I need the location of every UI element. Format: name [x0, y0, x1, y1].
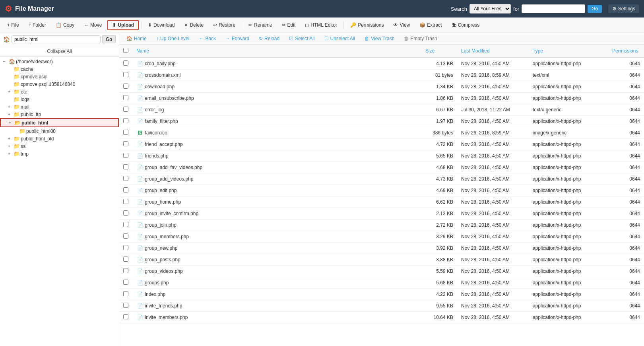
table-row[interactable]: 📄 email_unsubscribe.php 1.86 KB Nov 28, …	[119, 93, 644, 104]
row-checkbox[interactable]	[123, 187, 128, 192]
row-checkbox[interactable]	[123, 314, 128, 319]
row-checkbox[interactable]	[123, 141, 128, 146]
tree-row-public-html[interactable]: + 📂 public_html	[0, 118, 119, 127]
row-checkbox[interactable]	[123, 118, 128, 123]
tree-row-root[interactable]: − 🏠 (/home/videowor)	[0, 58, 119, 65]
table-row[interactable]: 📄 group_new.php 3.92 KB Nov 28, 2016, 4:…	[119, 243, 644, 254]
row-checkbox[interactable]	[123, 291, 128, 296]
row-checkbox[interactable]	[123, 268, 128, 273]
search-input[interactable]	[522, 4, 585, 13]
table-row[interactable]: 📄 download.php 1.34 KB Nov 28, 2016, 4:5…	[119, 81, 644, 93]
select-all-checkbox[interactable]	[123, 48, 128, 53]
table-row[interactable]: 📄 group_home.php 6.62 KB Nov 28, 2016, 4…	[119, 196, 644, 208]
edit-button[interactable]: ✏ Edit	[278, 21, 300, 29]
tree-row-public-html-old[interactable]: + 📁 public_html_old	[0, 135, 119, 142]
search-scope-select[interactable]: All Your Files	[469, 4, 511, 14]
home-nav-button[interactable]: 🏠 Home	[122, 35, 151, 43]
divider-2	[242, 21, 242, 29]
tree-row-ssl[interactable]: + 📁 ssl	[0, 142, 119, 150]
delete-button[interactable]: ✕ Delete	[180, 21, 208, 29]
compress-button[interactable]: 🗜 Compress	[448, 21, 484, 29]
row-checkbox[interactable]	[123, 72, 128, 77]
path-go-button[interactable]: Go	[102, 35, 116, 43]
row-checkbox-cell	[119, 162, 132, 173]
collapse-all-button[interactable]: Collapse All	[0, 46, 119, 57]
table-row[interactable]: 📄 friend_accept.php 4.72 KB Nov 28, 2016…	[119, 139, 644, 150]
permissions-button[interactable]: 🔑 Permissions	[346, 21, 388, 29]
tree-row-public-ftp[interactable]: + 📁 public_ftp	[0, 111, 119, 118]
copy-button[interactable]: 📋 Copy	[52, 21, 78, 29]
col-size-header[interactable]: Size	[421, 45, 457, 58]
table-row[interactable]: 📄 group_videos.php 5.59 KB Nov 28, 2016,…	[119, 266, 644, 277]
view-trash-button[interactable]: 🗑 View Trash	[361, 35, 398, 43]
row-checkbox[interactable]	[123, 153, 128, 158]
col-modified-header[interactable]: Last Modified	[457, 45, 529, 58]
col-type-header[interactable]: Type	[529, 45, 608, 58]
unselect-all-button[interactable]: ☐ Unselect All	[320, 35, 359, 43]
row-checkbox[interactable]	[123, 107, 128, 112]
table-row[interactable]: 📄 group_members.php 3.29 KB Nov 28, 2016…	[119, 231, 644, 243]
rename-button[interactable]: ✏ Rename	[244, 21, 276, 29]
col-name-header[interactable]: Name	[132, 45, 421, 58]
row-checkbox[interactable]	[123, 164, 128, 169]
tree-row-logs[interactable]: 📁 logs	[0, 95, 119, 103]
back-button[interactable]: ← Back	[195, 35, 220, 43]
select-all-button[interactable]: ☑ Select All	[285, 35, 318, 43]
row-checkbox[interactable]	[123, 222, 128, 227]
table-row[interactable]: 📄 family_filter.php 1.97 KB Nov 28, 2016…	[119, 116, 644, 127]
table-row[interactable]: 📄 groups.php 5.68 KB Nov 28, 2016, 4:50 …	[119, 277, 644, 289]
row-checkbox[interactable]	[123, 257, 128, 262]
row-checkbox[interactable]	[123, 60, 128, 66]
row-checkbox[interactable]	[123, 199, 128, 204]
settings-button[interactable]: ⚙ Settings	[608, 4, 639, 13]
up-one-level-button[interactable]: ↑ Up One Level	[152, 35, 193, 43]
table-row[interactable]: 📄 group_join.php 2.72 KB Nov 28, 2016, 4…	[119, 220, 644, 231]
row-checkbox[interactable]	[123, 84, 128, 89]
sidebar-path-bar: 🏠 Go	[0, 33, 119, 46]
download-button[interactable]: ⬇ Download	[144, 21, 178, 29]
restore-button[interactable]: ↩ Restore	[209, 21, 239, 29]
new-file-button[interactable]: + File	[3, 21, 23, 29]
tree-row-cache[interactable]: 📁 cache	[0, 65, 119, 73]
empty-trash-button[interactable]: 🗑 Empty Trash	[400, 35, 441, 43]
table-row[interactable]: 📄 cron_daily.php 4.13 KB Nov 28, 2016, 4…	[119, 58, 644, 70]
forward-button[interactable]: → Forward	[221, 35, 253, 43]
html-editor-button[interactable]: ◻ HTML Editor	[301, 21, 341, 29]
tree-row-mail[interactable]: + 📁 mail	[0, 103, 119, 111]
table-row[interactable]: 📄 invite_friends.php 9.55 KB Nov 28, 201…	[119, 300, 644, 312]
col-permissions-header[interactable]: Permissions	[608, 45, 644, 58]
row-checkbox[interactable]	[123, 95, 128, 100]
upload-button[interactable]: ⬆ Upload	[107, 20, 139, 30]
view-button[interactable]: 👁 View	[389, 21, 414, 29]
new-folder-button[interactable]: + Folder	[25, 21, 50, 29]
tree-row-etc[interactable]: + 📁 etc	[0, 88, 119, 95]
row-checkbox[interactable]	[123, 233, 128, 239]
tree-row-cpmove2[interactable]: 📁 cpmove.psql.1358146840	[0, 80, 119, 88]
move-button[interactable]: ↔ Move	[80, 21, 106, 29]
table-row[interactable]: 📄 group_invite_confirm.php 2.13 KB Nov 2…	[119, 208, 644, 220]
search-go-button[interactable]: Go	[588, 5, 602, 13]
table-row[interactable]: 📄 crossdomain.xml 81 bytes Nov 26, 2016,…	[119, 70, 644, 81]
tree-row-tmp[interactable]: + 📁 tmp	[0, 150, 119, 157]
table-row[interactable]: 📄 group_add_fav_videos.php 4.68 KB Nov 2…	[119, 162, 644, 173]
tree-row-cpmove[interactable]: 📁 cpmove.psql	[0, 73, 119, 80]
table-row[interactable]: 📄 friends.php 5.65 KB Nov 28, 2016, 4:50…	[119, 150, 644, 162]
table-row[interactable]: 📄 invite_members.php 10.64 KB Nov 28, 20…	[119, 312, 644, 323]
path-input[interactable]	[12, 35, 101, 43]
row-checkbox[interactable]	[123, 130, 128, 135]
extract-button[interactable]: 📦 Extract	[415, 21, 446, 29]
table-row[interactable]: 📄 group_edit.php 4.69 KB Nov 28, 2016, 4…	[119, 185, 644, 196]
table-row[interactable]: 📄 error_log 6.67 KB Jul 30, 2018, 11:22 …	[119, 104, 644, 116]
reload-button[interactable]: ↻ Reload	[255, 35, 283, 43]
row-checkbox[interactable]	[123, 176, 128, 181]
row-checkbox[interactable]	[123, 280, 128, 285]
row-checkbox[interactable]	[123, 245, 128, 250]
table-row[interactable]: 🖼 favicon.ico 386 bytes Nov 26, 2016, 8:…	[119, 127, 644, 139]
table-row[interactable]: 📄 group_add_videos.php 4.73 KB Nov 28, 2…	[119, 173, 644, 185]
row-size: 3.88 KB	[421, 254, 457, 266]
row-checkbox[interactable]	[123, 210, 128, 216]
table-row[interactable]: 📄 index.php 4.22 KB Nov 28, 2016, 4:50 A…	[119, 289, 644, 300]
table-row[interactable]: 📄 group_posts.php 3.88 KB Nov 28, 2016, …	[119, 254, 644, 266]
row-checkbox[interactable]	[123, 303, 128, 308]
tree-row-public-html00[interactable]: 📁 public_html00	[0, 127, 119, 135]
